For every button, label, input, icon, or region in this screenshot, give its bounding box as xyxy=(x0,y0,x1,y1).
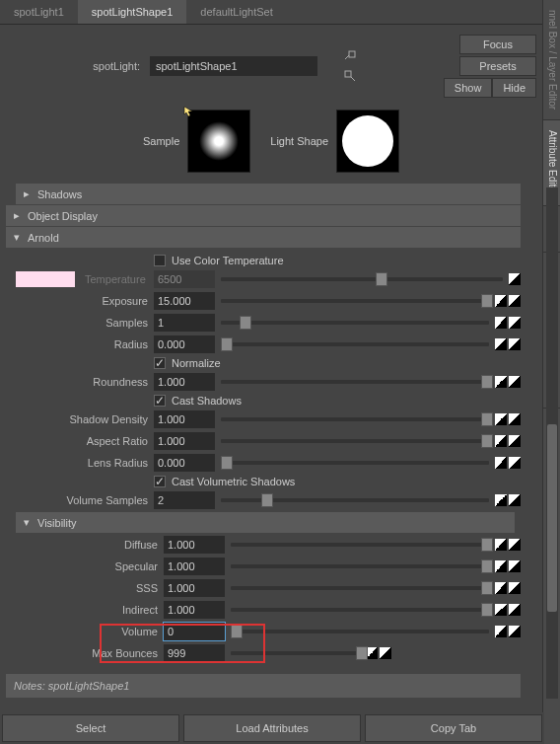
roundness-field[interactable] xyxy=(154,373,215,391)
map-button-icon[interactable] xyxy=(495,413,507,425)
sample-preview[interactable] xyxy=(187,110,250,173)
indirect-field[interactable] xyxy=(164,601,225,619)
max-bounces-slider[interactable] xyxy=(231,646,360,660)
svg-rect-0 xyxy=(349,51,355,57)
sss-label: SSS xyxy=(26,582,164,594)
map-button-icon[interactable] xyxy=(509,338,521,350)
map-button-icon[interactable] xyxy=(509,413,521,425)
map-button-icon[interactable] xyxy=(380,647,391,659)
section-shadows[interactable]: ▸Shadows xyxy=(16,184,521,204)
cast-shadows-label: Cast Shadows xyxy=(172,395,242,407)
light-shape-label: Light Shape xyxy=(270,135,328,147)
tab-defaultlightset[interactable]: defaultLightSet xyxy=(186,0,286,24)
presets-button[interactable]: Presets xyxy=(459,56,536,76)
radius-label: Radius xyxy=(16,338,154,350)
diffuse-slider[interactable] xyxy=(231,538,489,552)
notes-section[interactable]: Notes: spotLightShape1 xyxy=(6,674,521,698)
samples-field[interactable] xyxy=(154,314,215,332)
map-button-icon[interactable] xyxy=(495,295,507,307)
node-name-input[interactable] xyxy=(150,56,317,76)
tab-spotlight1[interactable]: spotLight1 xyxy=(0,0,78,24)
volume-samples-field[interactable] xyxy=(154,491,215,509)
show-button[interactable]: Show xyxy=(444,78,493,98)
map-button-icon[interactable] xyxy=(509,435,521,447)
load-attributes-button[interactable]: Load Attributes xyxy=(183,714,361,742)
cast-shadows-checkbox[interactable] xyxy=(154,395,166,407)
use-color-temp-checkbox[interactable] xyxy=(154,255,166,266)
preview-row: Sample Light Shape xyxy=(0,106,542,183)
shadow-density-slider[interactable] xyxy=(221,412,489,426)
max-bounces-field[interactable] xyxy=(164,644,225,662)
lens-radius-field[interactable] xyxy=(154,454,215,472)
volume-label: Volume xyxy=(26,626,164,637)
aspect-ratio-slider[interactable] xyxy=(221,434,489,448)
shadow-density-field[interactable] xyxy=(154,410,215,428)
cast-vol-shadows-checkbox[interactable] xyxy=(154,476,166,487)
svg-rect-1 xyxy=(345,71,351,77)
map-button-icon[interactable] xyxy=(495,626,507,637)
map-button-icon[interactable] xyxy=(509,539,521,551)
indirect-label: Indirect xyxy=(26,604,164,616)
sss-slider[interactable] xyxy=(231,581,489,595)
map-button-icon[interactable] xyxy=(495,582,507,594)
roundness-slider[interactable] xyxy=(221,375,489,389)
map-button-icon[interactable] xyxy=(495,539,507,551)
map-button-icon[interactable] xyxy=(509,626,521,637)
radius-slider[interactable] xyxy=(221,337,489,351)
volume-slider[interactable] xyxy=(231,625,489,638)
lens-radius-slider[interactable] xyxy=(221,456,489,470)
light-shape-preview[interactable] xyxy=(336,110,399,173)
diffuse-field[interactable] xyxy=(164,536,225,554)
color-temp-swatch[interactable] xyxy=(16,271,75,287)
specular-field[interactable] xyxy=(164,558,225,575)
map-button-icon[interactable] xyxy=(495,317,507,329)
vertical-scrollbar[interactable] xyxy=(546,187,558,699)
radius-field[interactable] xyxy=(154,335,215,353)
map-button-icon[interactable] xyxy=(495,604,507,616)
section-object-display[interactable]: ▸Object Display xyxy=(6,205,521,226)
attribute-scroll: ▸Shadows ▸Object Display ▾Arnold Use Col… xyxy=(0,183,526,744)
normalize-checkbox[interactable] xyxy=(154,357,166,369)
aspect-ratio-label: Aspect Ratio xyxy=(16,435,154,447)
map-button-icon[interactable] xyxy=(509,604,521,616)
map-button-icon[interactable] xyxy=(495,560,507,572)
map-button-icon[interactable] xyxy=(509,273,521,285)
map-button-icon[interactable] xyxy=(495,338,507,350)
indirect-slider[interactable] xyxy=(231,603,489,617)
temperature-slider xyxy=(221,272,503,286)
go-in-icon[interactable] xyxy=(343,49,357,63)
samples-slider[interactable] xyxy=(221,316,489,330)
map-button-icon[interactable] xyxy=(495,435,507,447)
sss-field[interactable] xyxy=(164,579,225,597)
tab-spotlightshape1[interactable]: spotLightShape1 xyxy=(78,0,187,24)
map-button-icon[interactable] xyxy=(509,457,521,469)
select-button[interactable]: Select xyxy=(2,714,179,742)
node-type-label: spotLight: xyxy=(6,60,144,72)
header-row: spotLight: Focus Presets Show Hide xyxy=(0,25,542,106)
map-button-icon[interactable] xyxy=(509,295,521,307)
section-arnold[interactable]: ▾Arnold xyxy=(6,227,521,248)
copy-tab-button[interactable]: Copy Tab xyxy=(365,714,542,742)
hide-button[interactable]: Hide xyxy=(492,78,536,98)
exposure-label: Exposure xyxy=(16,295,154,307)
map-button-icon[interactable] xyxy=(495,376,507,388)
exposure-field[interactable] xyxy=(154,292,215,310)
map-button-icon[interactable] xyxy=(509,560,521,572)
map-button-icon[interactable] xyxy=(509,317,521,329)
map-button-icon[interactable] xyxy=(509,494,521,506)
section-visibility[interactable]: ▾Visibility xyxy=(16,512,515,533)
volume-field[interactable] xyxy=(164,623,225,640)
aspect-ratio-field[interactable] xyxy=(154,432,215,450)
side-tab-channel-box[interactable]: nnel Box / Layer Editor xyxy=(543,0,560,120)
exposure-slider[interactable] xyxy=(221,294,489,308)
map-button-icon[interactable] xyxy=(495,457,507,469)
volume-samples-slider[interactable] xyxy=(221,493,489,507)
focus-button[interactable]: Focus xyxy=(459,35,536,54)
specular-label: Specular xyxy=(26,560,164,572)
map-button-icon[interactable] xyxy=(509,582,521,594)
sample-label: Sample xyxy=(143,135,179,147)
specular-slider[interactable] xyxy=(231,559,489,573)
map-button-icon[interactable] xyxy=(509,376,521,388)
go-out-icon[interactable] xyxy=(343,69,357,83)
map-button-icon[interactable] xyxy=(495,494,507,506)
